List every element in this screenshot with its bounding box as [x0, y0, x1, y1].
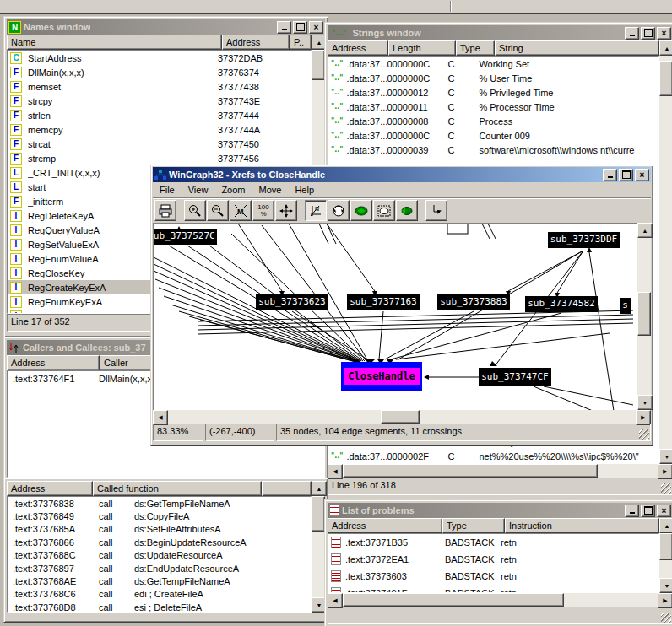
graph-hscrollbar[interactable]: ◀ ▶: [153, 410, 651, 424]
print-button[interactable]: [154, 200, 176, 221]
problems-row[interactable]: .text:37372EA1 BADSTACK retn: [328, 551, 658, 568]
column-header-string[interactable]: String: [495, 40, 659, 56]
minimize-button[interactable]: [277, 21, 291, 34]
maximize-button[interactable]: [293, 21, 307, 34]
problems-row[interactable]: .text:37371B35 BADSTACK retn: [328, 534, 658, 551]
names-row[interactable]: F strcmp 37377456: [8, 151, 311, 165]
calls-row[interactable]: .text:3737688C call ds:UpdateResourceA: [8, 549, 311, 562]
problems-hscrollbar[interactable]: ◀ ▶: [328, 593, 672, 607]
calls-row[interactable]: .text:373768C6 call edi ; CreateFileA: [8, 588, 311, 601]
strings-titlebar[interactable]: "..." Strings window ×: [328, 25, 672, 40]
problems-vscrollbar[interactable]: ▲ ▼: [659, 518, 672, 593]
strings-row[interactable]: ".." .data:37... 0000002F C net%%20use%%…: [328, 449, 658, 463]
menu-item[interactable]: File: [153, 183, 182, 197]
layout-graph-button[interactable]: N: [305, 200, 327, 221]
graph-vscrollbar[interactable]: ▲ ▼: [637, 223, 651, 410]
layout-fish-green-button[interactable]: [396, 200, 418, 221]
problems-row[interactable]: .text:37373603 BADSTACK retn: [328, 568, 658, 585]
calls-row[interactable]: .text:3737685A call ds:SetFileAttributes…: [8, 523, 311, 536]
strings-vscrollbar[interactable]: ▲ ▼: [659, 40, 672, 464]
problems-row[interactable]: .text:3737491F BADSTACK retn: [328, 585, 658, 593]
close-button[interactable]: ×: [657, 27, 671, 40]
graph-canvas[interactable]: sub_3737527C sub_37373DDF sub_37373623 s…: [153, 223, 637, 410]
zoom-fit-button[interactable]: M: [230, 200, 252, 221]
column-header-called-function[interactable]: Called function: [93, 481, 262, 496]
column-header-type[interactable]: Type: [456, 40, 495, 56]
problems-titlebar[interactable]: List of problems ×: [328, 503, 672, 518]
maximize-button[interactable]: [641, 505, 655, 517]
scroll-up-icon[interactable]: ▲: [637, 223, 653, 238]
menu-item[interactable]: Zoom: [214, 183, 252, 197]
column-header-address[interactable]: Address: [222, 35, 290, 50]
calls-row[interactable]: .text:37376849 call ds:CopyFileA: [8, 510, 311, 522]
column-header-type[interactable]: Type: [442, 518, 505, 533]
names-row[interactable]: F strcpy 3737743E: [8, 94, 311, 108]
scroll-down-icon[interactable]: ▼: [659, 449, 672, 464]
close-button[interactable]: ×: [309, 21, 323, 34]
strings-row[interactable]: ".." .data:37... 00000008 C Process: [328, 114, 658, 128]
scroll-up-icon[interactable]: ▲: [659, 518, 672, 533]
scroll-up-icon[interactable]: ▲: [659, 40, 672, 56]
scroll-down-icon[interactable]: ▼: [659, 578, 672, 593]
column-header-address[interactable]: Address: [7, 355, 100, 370]
close-button[interactable]: ×: [635, 169, 649, 181]
strings-row[interactable]: ".." .data:37... 0000000C C % User Time: [328, 71, 658, 85]
calls-row[interactable]: .text:37376897 call ds:EndUpdateResource…: [8, 562, 311, 575]
zoom-100-button[interactable]: 100%: [252, 200, 274, 221]
layout-circle-button[interactable]: [328, 200, 350, 221]
edge-tool-button[interactable]: [425, 200, 447, 221]
calls-row[interactable]: .text:373768AE call ds:GetTempFileNameA: [8, 575, 311, 587]
minimize-button[interactable]: [625, 505, 639, 517]
minimize-button[interactable]: [603, 169, 617, 181]
zoom-out-button[interactable]: [207, 200, 229, 221]
names-row[interactable]: F memset 37377438: [8, 79, 311, 94]
column-header-name[interactable]: Name: [7, 35, 222, 50]
names-row[interactable]: F DllMain(x,x,x) 37376374: [8, 65, 311, 79]
maximize-button[interactable]: [641, 27, 655, 40]
graph-node[interactable]: sub_37377163: [347, 294, 420, 310]
zoom-in-button[interactable]: [184, 200, 206, 221]
strings-row[interactable]: ".." .data:37... 00000011 C % Processor …: [328, 100, 658, 114]
layout-fish-button[interactable]: [373, 200, 395, 221]
strings-row[interactable]: ".." .data:37... 00000012 C % Privileged…: [328, 85, 658, 100]
column-header-instruction[interactable]: Instruction: [505, 518, 659, 533]
names-row[interactable]: F strcat 37377450: [8, 137, 311, 151]
scroll-down-icon[interactable]: ▼: [637, 395, 653, 410]
menu-item[interactable]: View: [182, 183, 215, 197]
calls-row[interactable]: .text:373768D8 call esi ; DeleteFileA: [8, 601, 311, 613]
names-titlebar[interactable]: N Names window ×: [7, 19, 325, 35]
strings-row[interactable]: ".." .data:37... 00000039 C software\\mi…: [328, 143, 658, 157]
resize-grip[interactable]: [661, 483, 671, 494]
calls-row[interactable]: .text:37376866 call ds:BeginUpdateResour…: [8, 536, 311, 548]
wingraph-titlebar[interactable]: WinGraph32 - Xrefs to CloseHandle ×: [153, 167, 651, 182]
graph-node[interactable]: sub_37373883: [437, 294, 510, 310]
graph-node[interactable]: sub_3737527C: [153, 229, 217, 245]
graph-node[interactable]: sub_373747CF: [479, 368, 551, 386]
close-button[interactable]: ×: [657, 505, 671, 517]
scroll-up-icon[interactable]: ▲: [312, 481, 327, 496]
column-header-length[interactable]: Length: [388, 40, 456, 56]
calls-vscrollbar[interactable]: ▲ ▼: [312, 481, 325, 613]
graph-node[interactable]: sub_37373DDF: [548, 232, 620, 248]
strings-hscrollbar[interactable]: ◀ ▶: [328, 464, 672, 478]
column-header-address[interactable]: Address: [328, 518, 442, 533]
graph-node-target[interactable]: CloseHandle: [341, 362, 422, 391]
names-row[interactable]: F memcpy 3737744A: [8, 122, 311, 137]
strings-row[interactable]: ".." .data:37... 0000000C C Working Set: [328, 57, 658, 71]
names-row[interactable]: F strlen 37377444: [8, 108, 311, 122]
graph-node[interactable]: s: [620, 298, 631, 314]
graph-node[interactable]: sub_37374582: [525, 296, 598, 312]
column-header-blank[interactable]: [262, 481, 312, 496]
names-row[interactable]: C StartAddress 37372DAB: [8, 51, 311, 65]
layout-spring-button[interactable]: [350, 200, 372, 221]
minimize-button[interactable]: [625, 27, 639, 40]
strings-row[interactable]: ".." .data:37... 0000000C C Counter 009: [328, 128, 658, 143]
column-header-p[interactable]: P..: [290, 35, 312, 50]
resize-grip[interactable]: [639, 429, 649, 440]
column-header-address[interactable]: Address: [328, 40, 388, 56]
calls-row[interactable]: .text:37376838 call ds:GetTempFileNameA: [8, 497, 311, 510]
maximize-button[interactable]: [619, 169, 633, 181]
resize-grip[interactable]: [661, 613, 671, 623]
menu-item[interactable]: Help: [288, 183, 321, 197]
graph-node[interactable]: sub_37373623: [256, 294, 328, 310]
